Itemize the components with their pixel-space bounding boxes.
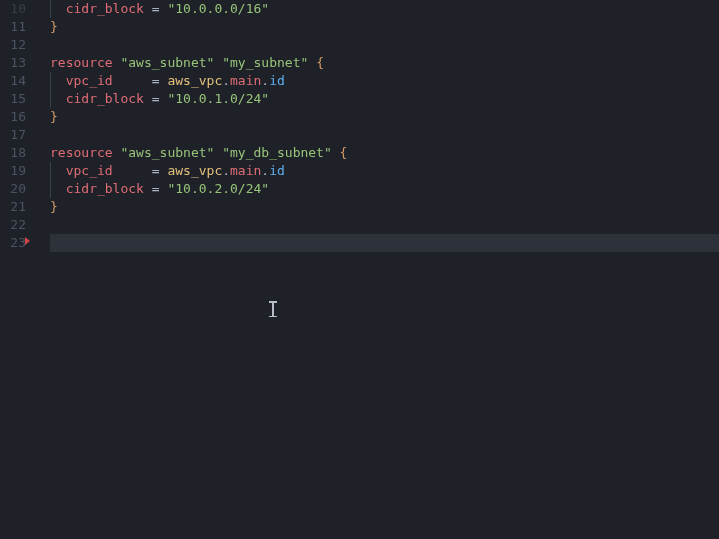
token-dot: . — [261, 163, 269, 178]
token-punc: = — [152, 1, 160, 16]
token-white — [308, 55, 316, 70]
line-number-gutter: 1011121314151617181920212223 — [0, 0, 34, 539]
token-ident: aws_vpc — [167, 73, 222, 88]
token-prop: cidr_block — [66, 181, 144, 196]
token-str: "10.0.1.0/24" — [167, 91, 269, 106]
line-number: 21 — [0, 198, 26, 216]
token-brace: { — [340, 145, 348, 160]
code-line[interactable] — [50, 36, 719, 54]
active-line-highlight — [50, 234, 719, 252]
indent — [50, 73, 66, 88]
code-line[interactable]: vpc_id = aws_vpc.main.id — [50, 72, 719, 90]
code-line[interactable]: cidr_block = "10.0.2.0/24" — [50, 180, 719, 198]
line-number: 19 — [0, 162, 26, 180]
token-ident: aws_vpc — [167, 163, 222, 178]
line-number: 14 — [0, 72, 26, 90]
token-punc: = — [152, 91, 160, 106]
line-number: 12 — [0, 36, 26, 54]
indent — [50, 181, 66, 196]
line-number: 18 — [0, 144, 26, 162]
code-line[interactable]: resource "aws_subnet" "my_subnet" { — [50, 54, 719, 72]
token-dot: . — [222, 73, 230, 88]
token-str: "my_subnet" — [222, 55, 308, 70]
token-key: resource — [50, 55, 113, 70]
code-area[interactable]: cidr_block = "10.0.0.0/16"}resource "aws… — [34, 0, 719, 539]
line-number: 13 — [0, 54, 26, 72]
line-number: 11 — [0, 18, 26, 36]
line-number: 20 — [0, 180, 26, 198]
token-white — [332, 145, 340, 160]
token-white — [144, 1, 152, 16]
code-line[interactable] — [50, 216, 719, 234]
token-prop: cidr_block — [66, 91, 144, 106]
token-white — [144, 181, 152, 196]
token-key: resource — [50, 145, 113, 160]
token-prop: cidr_block — [66, 1, 144, 16]
code-line[interactable] — [50, 234, 719, 252]
indent — [50, 91, 66, 106]
token-punc: = — [152, 181, 160, 196]
token-sub: main — [230, 163, 261, 178]
line-number: 15 — [0, 90, 26, 108]
line-number: 17 — [0, 126, 26, 144]
token-str: "aws_subnet" — [120, 145, 214, 160]
token-punc: = — [152, 163, 160, 178]
token-white — [113, 73, 152, 88]
line-number: 22 — [0, 216, 26, 234]
line-number: 23 — [0, 234, 26, 252]
code-line[interactable]: } — [50, 108, 719, 126]
token-brace: } — [50, 19, 58, 34]
token-white — [113, 163, 152, 178]
token-dot: . — [261, 73, 269, 88]
code-line[interactable]: } — [50, 198, 719, 216]
code-line[interactable]: vpc_id = aws_vpc.main.id — [50, 162, 719, 180]
token-brace: { — [316, 55, 324, 70]
token-punc: = — [152, 73, 160, 88]
code-line[interactable]: } — [50, 18, 719, 36]
error-marker-icon — [25, 237, 30, 245]
token-brace: } — [50, 199, 58, 214]
token-str: "my_db_subnet" — [222, 145, 332, 160]
indent — [50, 163, 66, 178]
token-str: "aws_subnet" — [120, 55, 214, 70]
line-number: 16 — [0, 108, 26, 126]
token-attr: id — [269, 163, 285, 178]
token-prop: vpc_id — [66, 163, 113, 178]
token-white — [144, 91, 152, 106]
token-str: "10.0.2.0/24" — [167, 181, 269, 196]
code-line[interactable]: resource "aws_subnet" "my_db_subnet" { — [50, 144, 719, 162]
token-sub: main — [230, 73, 261, 88]
code-line[interactable] — [50, 126, 719, 144]
code-line[interactable]: cidr_block = "10.0.0.0/16" — [50, 0, 719, 18]
token-dot: . — [222, 163, 230, 178]
token-prop: vpc_id — [66, 73, 113, 88]
token-attr: id — [269, 73, 285, 88]
token-str: "10.0.0.0/16" — [167, 1, 269, 16]
indent — [50, 1, 66, 16]
token-brace: } — [50, 109, 58, 124]
code-line[interactable]: cidr_block = "10.0.1.0/24" — [50, 90, 719, 108]
line-number: 10 — [0, 0, 26, 18]
code-editor[interactable]: 1011121314151617181920212223 cidr_block … — [0, 0, 719, 539]
